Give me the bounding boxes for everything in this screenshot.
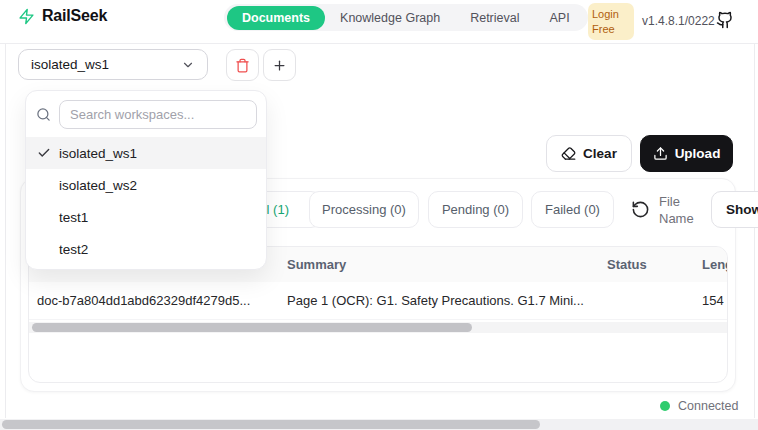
refresh-icon[interactable] bbox=[631, 200, 650, 219]
app-title: RailSeek bbox=[42, 7, 107, 25]
column-header-length: Length bbox=[702, 257, 728, 272]
connection-status: Connected bbox=[660, 399, 738, 413]
page-scrollbar-thumb[interactable] bbox=[2, 420, 540, 429]
nav-tab-retrieval[interactable]: Retrieval bbox=[455, 6, 534, 30]
workspace-option-isolated_ws1[interactable]: isolated_ws1 bbox=[26, 137, 266, 169]
connection-status-label: Connected bbox=[678, 399, 738, 413]
check-icon bbox=[37, 146, 59, 160]
workspace-option-label: isolated_ws1 bbox=[59, 146, 137, 161]
main-nav: Documents Knowledge Graph Retrieval API bbox=[224, 4, 588, 31]
column-header-status: Status bbox=[607, 257, 699, 272]
workspace-selected-label: isolated_ws1 bbox=[31, 57, 109, 72]
sort-by-label: File Name bbox=[659, 194, 707, 228]
trash-icon bbox=[235, 58, 250, 73]
workspace-option-label: test1 bbox=[59, 210, 88, 225]
upload-icon bbox=[653, 146, 668, 161]
top-navbar: RailSeek Documents Knowledge Graph Retri… bbox=[0, 0, 758, 44]
table-horizontal-scrollbar bbox=[29, 322, 727, 333]
workspace-option-label: test2 bbox=[59, 242, 88, 257]
delete-workspace-button[interactable] bbox=[226, 49, 259, 81]
workspace-dropdown: isolated_ws1 isolated_ws2 test1 test2 bbox=[25, 90, 267, 270]
workspace-search-input[interactable] bbox=[59, 100, 257, 129]
eraser-icon bbox=[561, 146, 576, 161]
bolt-logo-icon bbox=[18, 8, 35, 25]
add-workspace-button[interactable] bbox=[263, 49, 296, 81]
login-free-badge[interactable]: Login Free bbox=[588, 3, 634, 40]
cell-doc-id: doc-b7a804dd1abd62329df4279d5... bbox=[37, 293, 279, 308]
version-label: v1.4.8.1/0222 bbox=[642, 14, 715, 28]
upload-button-label: Upload bbox=[675, 146, 721, 161]
workspace-option-test2[interactable]: test2 bbox=[26, 233, 266, 265]
chevron-down-icon bbox=[181, 58, 195, 72]
search-icon bbox=[36, 107, 51, 122]
workspace-option-test1[interactable]: test1 bbox=[26, 201, 266, 233]
connected-dot-icon bbox=[660, 401, 670, 411]
nav-tab-knowledge-graph[interactable]: Knowledge Graph bbox=[325, 6, 455, 30]
github-icon[interactable] bbox=[716, 11, 734, 29]
filter-tab-failed[interactable]: Failed (0) bbox=[531, 191, 614, 228]
table-scrollbar-thumb[interactable] bbox=[32, 323, 472, 332]
show-button[interactable]: Show bbox=[711, 191, 758, 228]
upload-button[interactable]: Upload bbox=[640, 135, 733, 172]
clear-button[interactable]: Clear bbox=[546, 135, 632, 172]
brand: RailSeek bbox=[18, 7, 107, 25]
column-header-summary: Summary bbox=[287, 257, 599, 272]
nav-tab-api[interactable]: API bbox=[534, 6, 584, 30]
clear-button-label: Clear bbox=[583, 146, 617, 161]
table-row[interactable]: doc-b7a804dd1abd62329df4279d5... Page 1 … bbox=[29, 282, 727, 320]
cell-summary: Page 1 (OCR): G1. Safety Precautions. G1… bbox=[287, 293, 599, 308]
filter-tab-processing[interactable]: Processing (0) bbox=[309, 191, 419, 228]
workspace-select[interactable]: isolated_ws1 bbox=[18, 49, 208, 80]
page-horizontal-scrollbar bbox=[0, 419, 758, 430]
workspace-option-isolated_ws2[interactable]: isolated_ws2 bbox=[26, 169, 266, 201]
workspace-option-label: isolated_ws2 bbox=[59, 178, 137, 193]
nav-tab-documents[interactable]: Documents bbox=[227, 6, 325, 30]
show-button-label: Show bbox=[726, 202, 758, 217]
plus-icon bbox=[272, 58, 287, 73]
cell-length: 154 bbox=[702, 293, 728, 308]
filter-tab-pending[interactable]: Pending (0) bbox=[428, 191, 523, 228]
workspace-search-row bbox=[26, 91, 266, 137]
app-window: RailSeek Documents Knowledge Graph Retri… bbox=[0, 0, 758, 430]
